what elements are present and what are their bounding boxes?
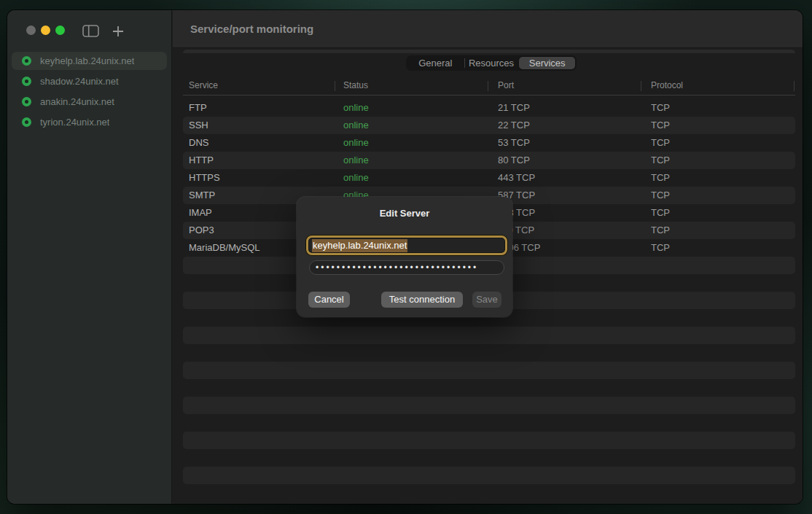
cell-service: DNS xyxy=(189,134,208,152)
column-header-protocol[interactable]: Protocol xyxy=(651,77,683,95)
cell-protocol: TCP xyxy=(651,204,670,222)
cell-service: IMAP xyxy=(189,204,212,222)
test-connection-button[interactable]: Test connection xyxy=(381,292,463,308)
column-header-status[interactable]: Status xyxy=(343,77,368,95)
table-row[interactable]: DNSonline53 TCPTCP xyxy=(183,134,795,152)
table-row-empty xyxy=(183,397,795,414)
server-name-selected-text: keyhelp.lab.24unix.net xyxy=(312,239,407,252)
content-top-edge xyxy=(183,50,795,53)
table-row-empty xyxy=(183,344,795,362)
zoom-button[interactable] xyxy=(55,26,65,35)
sidebar-item-server[interactable]: tyrion.24unix.net xyxy=(12,113,167,131)
cancel-button[interactable]: Cancel xyxy=(308,292,350,308)
tab-services[interactable]: Services xyxy=(519,57,575,69)
column-separator xyxy=(794,81,795,91)
cell-port: 22 TCP xyxy=(498,117,530,134)
desktop-background: keyhelp.lab.24unix.netshadow.24unix.neta… xyxy=(0,0,812,514)
cell-protocol: TCP xyxy=(651,187,670,204)
cell-service: HTTP xyxy=(189,152,214,169)
server-status-icon xyxy=(22,56,31,66)
table-row-empty xyxy=(183,362,795,379)
cell-service: SMTP xyxy=(189,187,215,204)
table-row-empty xyxy=(183,432,795,449)
cell-status: online xyxy=(343,169,369,187)
cell-protocol: TCP xyxy=(651,169,670,187)
tab-general[interactable]: General xyxy=(407,57,464,69)
cell-status: online xyxy=(343,99,369,117)
table-row[interactable]: HTTPSonline443 TCPTCP xyxy=(183,169,795,187)
sidebar-item-server[interactable]: shadow.24unix.net xyxy=(12,72,167,90)
cell-protocol: TCP xyxy=(651,222,670,239)
titlebar: Service/port monitoring xyxy=(173,10,803,48)
edit-server-dialog: Edit Server keyhelp.lab.24unix.net •••••… xyxy=(297,197,512,317)
column-header-service[interactable]: Service xyxy=(189,77,218,95)
sidebar-item-label: tyrion.24unix.net xyxy=(40,117,109,128)
save-button[interactable]: Save xyxy=(472,292,501,308)
password-input[interactable]: ••••••••••••••••••••••••••••••• xyxy=(309,260,504,275)
table-row-empty xyxy=(183,467,795,484)
minimize-button[interactable] xyxy=(41,26,50,35)
sidebar-item-label: keyhelp.lab.24unix.net xyxy=(40,55,134,66)
cell-service: MariaDB/MySQL xyxy=(189,239,260,257)
cell-service: SSH xyxy=(189,117,208,134)
add-server-icon[interactable] xyxy=(112,26,124,37)
sidebar-item-label: anakin.24unix.net xyxy=(40,96,114,107)
cell-service: POP3 xyxy=(189,222,214,239)
server-status-icon xyxy=(22,117,31,127)
sidebar-item-label: shadow.24unix.net xyxy=(40,76,119,87)
sidebar-item-server[interactable]: anakin.24unix.net xyxy=(12,93,167,111)
column-separator xyxy=(488,81,488,91)
page-title: Service/port monitoring xyxy=(190,10,313,48)
cell-status: online xyxy=(343,134,369,152)
sidebar-toolbar xyxy=(82,25,124,37)
table-row[interactable]: HTTPonline80 TCPTCP xyxy=(183,152,795,169)
table-row-empty xyxy=(183,414,795,432)
close-button[interactable] xyxy=(26,26,36,35)
column-separator xyxy=(641,81,641,91)
cell-protocol: TCP xyxy=(651,152,670,169)
cell-protocol: TCP xyxy=(651,239,670,257)
cell-protocol: TCP xyxy=(651,99,670,117)
password-masked-value: ••••••••••••••••••••••••••••••• xyxy=(310,261,504,274)
cell-service: HTTPS xyxy=(189,169,220,187)
dialog-title: Edit Server xyxy=(297,208,512,219)
cell-port: 80 TCP xyxy=(498,152,530,169)
cell-service: FTP xyxy=(189,99,207,117)
table-header: ServiceStatusPortProtocol xyxy=(183,77,795,96)
table-row[interactable]: FTPonline21 TCPTCP xyxy=(183,99,795,117)
server-status-icon xyxy=(22,77,31,86)
cell-port: 53 TCP xyxy=(498,134,530,152)
column-separator xyxy=(335,81,335,91)
column-header-port[interactable]: Port xyxy=(498,77,514,95)
table-row-empty xyxy=(183,379,795,397)
cell-status: online xyxy=(343,152,369,169)
cell-protocol: TCP xyxy=(651,134,670,152)
server-status-icon xyxy=(22,97,31,106)
table-row[interactable]: SSHonline22 TCPTCP xyxy=(183,117,795,134)
sidebar-item-server[interactable]: keyhelp.lab.24unix.net xyxy=(12,52,167,70)
tab-resources[interactable]: Resources xyxy=(464,57,520,69)
cell-port: 443 TCP xyxy=(498,169,535,187)
cell-protocol: TCP xyxy=(651,117,670,134)
cell-port: 21 TCP xyxy=(498,99,530,117)
table-row-empty xyxy=(183,449,795,467)
server-list: keyhelp.lab.24unix.netshadow.24unix.neta… xyxy=(12,52,167,133)
traffic-lights xyxy=(26,26,65,35)
tab-bar: GeneralResourcesServices xyxy=(406,55,577,71)
toggle-sidebar-icon[interactable] xyxy=(82,25,99,37)
server-name-input[interactable]: keyhelp.lab.24unix.net xyxy=(306,235,507,255)
sidebar: keyhelp.lab.24unix.netshadow.24unix.neta… xyxy=(7,10,172,504)
table-row-empty xyxy=(183,327,795,344)
table-row-empty xyxy=(183,484,795,502)
cell-status: online xyxy=(343,117,369,134)
